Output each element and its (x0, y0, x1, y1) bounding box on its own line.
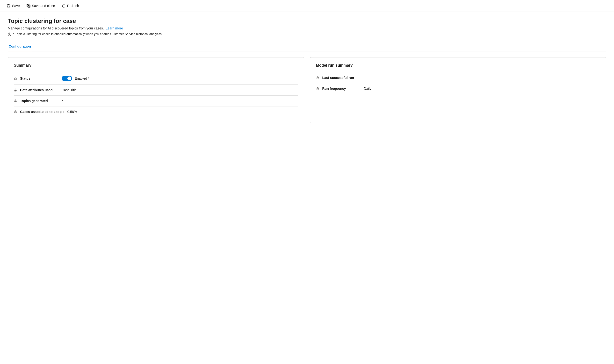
svg-point-15 (15, 90, 16, 91)
data-attributes-value: Case Title (62, 88, 77, 92)
info-note-text: * Topic clustering for cases is enabled … (13, 32, 162, 36)
cases-associated-value: 0.58% (68, 110, 77, 114)
save-icon (7, 4, 11, 8)
status-toggle-label: Enabled * (75, 77, 89, 80)
svg-rect-4 (27, 4, 28, 5)
cases-associated-field-row: Cases associated to a topic 0.58% (14, 106, 298, 117)
refresh-label: Refresh (67, 4, 79, 8)
svg-rect-2 (8, 6, 10, 7)
tab-configuration[interactable]: Configuration (8, 42, 32, 51)
page-content: Topic clustering for case Manage configu… (0, 12, 614, 129)
summary-card-title: Summary (14, 63, 298, 68)
info-icon (8, 32, 12, 36)
save-label: Save (12, 4, 20, 8)
refresh-icon (62, 4, 66, 8)
svg-point-23 (317, 89, 318, 89)
status-toggle[interactable] (62, 76, 72, 81)
topics-generated-field-row: Topics generated 6 (14, 96, 298, 106)
tab-configuration-label: Configuration (9, 44, 31, 48)
svg-point-11 (9, 33, 10, 34)
svg-point-17 (15, 101, 16, 102)
save-close-label: Save and close (32, 4, 55, 8)
last-run-label: Last successful run (322, 76, 361, 80)
description-text: Manage configurations for AI discovered … (8, 26, 104, 30)
run-frequency-lock-icon (316, 87, 319, 90)
last-run-lock-icon (316, 76, 319, 79)
last-run-value: -- (364, 76, 366, 80)
summary-card: Summary Status Enabled * (8, 57, 304, 123)
svg-point-21 (317, 78, 318, 78)
tabs: Configuration (8, 42, 606, 52)
info-note: * Topic clustering for cases is enabled … (8, 32, 606, 36)
page-description: Manage configurations for AI discovered … (8, 26, 606, 30)
toolbar: Save Save and close Refresh (0, 0, 614, 12)
svg-point-19 (15, 112, 16, 113)
status-lock-icon (14, 77, 17, 80)
run-frequency-field-row: Run frequency Daily (316, 83, 600, 94)
status-toggle-container: Enabled * (62, 76, 89, 81)
cases-associated-lock-icon (14, 110, 17, 114)
run-frequency-value: Daily (364, 87, 371, 91)
toggle-slider (62, 76, 72, 81)
learn-more-link[interactable]: Learn more (106, 26, 123, 30)
data-attributes-field-row: Data attributes used Case Title (14, 85, 298, 96)
status-label: Status (20, 77, 59, 80)
refresh-button[interactable]: Refresh (59, 2, 82, 9)
save-button[interactable]: Save (4, 2, 23, 9)
status-field-row: Status Enabled * (14, 72, 298, 85)
svg-rect-1 (8, 4, 9, 5)
last-run-field-row: Last successful run -- (316, 72, 600, 83)
topics-generated-value: 6 (62, 99, 64, 103)
topics-generated-lock-icon (14, 99, 17, 103)
page-title: Topic clustering for case (8, 18, 606, 24)
run-frequency-label: Run frequency (322, 87, 361, 91)
save-close-icon (27, 4, 30, 8)
svg-rect-7 (28, 5, 29, 6)
cards-container: Summary Status Enabled * (8, 57, 606, 123)
save-and-close-button[interactable]: Save and close (24, 2, 58, 9)
svg-point-13 (15, 79, 16, 79)
data-attributes-lock-icon (14, 88, 17, 92)
model-run-card-title: Model run summary (316, 63, 600, 68)
model-run-card: Model run summary Last successful run -- (310, 57, 606, 123)
cases-associated-label: Cases associated to a topic (20, 110, 65, 114)
topics-generated-label: Topics generated (20, 99, 59, 103)
data-attributes-label: Data attributes used (20, 88, 59, 92)
svg-rect-10 (9, 34, 10, 35)
